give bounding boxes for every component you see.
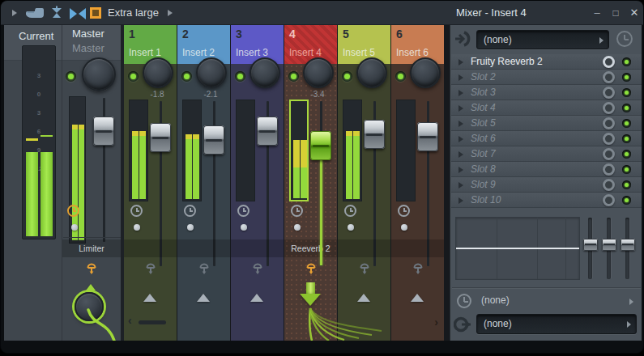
- slot-mix-knob[interactable]: [603, 71, 615, 83]
- slot-label[interactable]: Slot 2: [471, 71, 496, 83]
- color-swatch-icon[interactable]: [90, 7, 101, 19]
- slot-arrow-icon[interactable]: [458, 182, 463, 189]
- mixer-channel-insert-3[interactable]: 3 Insert 3: [231, 25, 284, 341]
- meter-size-label[interactable]: Extra large: [108, 6, 159, 19]
- volume-fader[interactable]: [417, 122, 438, 151]
- slot-mix-knob[interactable]: [603, 133, 615, 145]
- horizontal-scrollbar[interactable]: [139, 320, 166, 324]
- eq-graph[interactable]: [455, 217, 580, 280]
- slot-enable-led[interactable]: [622, 73, 631, 82]
- slot-enable-led[interactable]: [622, 104, 631, 112]
- bowtie-icon[interactable]: [69, 8, 87, 19]
- fx-slot-row[interactable]: Slot 7: [451, 146, 642, 162]
- route-up-icon[interactable]: [86, 284, 96, 290]
- mixer-channel-insert-6[interactable]: 6 Insert 6 ›: [391, 25, 444, 341]
- plug-icon[interactable]: [198, 260, 211, 279]
- plug-icon[interactable]: [144, 260, 157, 279]
- stereo-dot[interactable]: [241, 224, 247, 231]
- volume-fader[interactable]: [150, 123, 171, 152]
- master-volume-fader[interactable]: [93, 117, 114, 146]
- route-up-icon[interactable]: [357, 294, 370, 302]
- slot-mix-knob[interactable]: [603, 179, 615, 191]
- stereo-dot[interactable]: [348, 224, 354, 231]
- fx-slot-row[interactable]: Slot 3: [451, 85, 642, 100]
- slot-mix-knob[interactable]: [603, 194, 615, 206]
- pan-knob[interactable]: [196, 57, 227, 88]
- time-clock-icon[interactable]: [457, 294, 471, 308]
- master-send-knob[interactable]: [75, 292, 104, 321]
- clock-icon[interactable]: [184, 205, 196, 217]
- channel-enable-led[interactable]: [395, 71, 406, 82]
- channel-enable-led[interactable]: [181, 71, 192, 82]
- channel-header[interactable]: 5 Insert 5: [338, 25, 390, 64]
- slot-label[interactable]: Slot 7: [471, 148, 496, 159]
- master-effect-bar[interactable]: Limiter: [62, 239, 121, 257]
- slot-arrow-icon[interactable]: [458, 74, 463, 81]
- master-enable-led[interactable]: [66, 71, 76, 82]
- mixer-channel-insert-4[interactable]: 4 Insert 4 -3.4 Reeverb 2: [284, 25, 337, 341]
- slot-enable-led[interactable]: [622, 180, 631, 189]
- pan-knob[interactable]: [410, 57, 441, 88]
- slot-enable-led[interactable]: [622, 196, 631, 205]
- slot-label[interactable]: Fruity Reeverb 2: [471, 56, 543, 67]
- clock-icon[interactable]: [237, 205, 249, 217]
- stereo-dot[interactable]: [134, 224, 140, 231]
- slot-label[interactable]: Slot 4: [471, 102, 496, 113]
- next-arrow-icon[interactable]: [168, 10, 173, 16]
- slot-label[interactable]: Slot 10: [471, 194, 501, 206]
- mixer-channel-insert-2[interactable]: 2 Insert 2 -2.1: [177, 25, 230, 341]
- pan-knob[interactable]: [356, 57, 387, 88]
- audio-output-select[interactable]: (none): [476, 314, 637, 334]
- volume-fader[interactable]: [203, 125, 224, 155]
- clock-icon[interactable]: [398, 205, 410, 217]
- route-up-icon[interactable]: [411, 294, 424, 302]
- pan-knob[interactable]: [303, 57, 334, 88]
- audio-output-icon[interactable]: [454, 315, 473, 334]
- fx-slot-row[interactable]: Slot 4: [451, 100, 642, 116]
- volume-fader[interactable]: [310, 131, 331, 160]
- plug-icon[interactable]: [85, 260, 98, 279]
- channel-header[interactable]: 4 Insert 4: [284, 25, 337, 64]
- eq-band-slider[interactable]: [583, 239, 598, 251]
- slot-enable-led[interactable]: [622, 57, 631, 66]
- fx-slot-row[interactable]: Slot 2: [451, 70, 642, 85]
- clock-icon[interactable]: [344, 205, 356, 217]
- scroll-left-icon[interactable]: ‹: [128, 314, 132, 327]
- slot-enable-led[interactable]: [622, 119, 631, 128]
- route-down-icon[interactable]: [306, 282, 315, 294]
- slot-enable-led[interactable]: [622, 165, 631, 174]
- slot-arrow-icon[interactable]: [458, 197, 463, 204]
- fx-slot-row[interactable]: Slot 10: [451, 193, 642, 208]
- stereo-dot[interactable]: [401, 224, 407, 231]
- slot-label[interactable]: Slot 8: [471, 163, 496, 175]
- eq-curve[interactable]: [456, 248, 579, 249]
- slot-mix-knob[interactable]: [603, 163, 615, 176]
- time-row[interactable]: (none): [450, 292, 642, 312]
- maximize-button[interactable]: □: [608, 5, 623, 21]
- scroll-right-icon[interactable]: ›: [434, 316, 438, 328]
- channel-header[interactable]: 3 Insert 3: [231, 25, 284, 64]
- pan-knob[interactable]: [143, 57, 173, 88]
- channel-header[interactable]: 6 Insert 6: [391, 25, 444, 64]
- hand-tool-icon[interactable]: [25, 6, 45, 19]
- volume-fader[interactable]: [364, 120, 385, 149]
- slot-label[interactable]: Slot 9: [471, 179, 496, 190]
- channel-enable-led[interactable]: [128, 71, 139, 82]
- slot-label[interactable]: Slot 5: [471, 117, 496, 129]
- slot-arrow-icon[interactable]: [458, 167, 463, 173]
- master-clock-icon[interactable]: [67, 205, 79, 217]
- fx-slot-row[interactable]: Slot 8: [451, 162, 642, 177]
- fx-slot-row[interactable]: Slot 5: [451, 116, 642, 131]
- detach-arrow-icon[interactable]: [12, 10, 17, 16]
- title-bar[interactable]: Extra large Mixer - Insert 4 – □ ✕: [1, 1, 643, 25]
- audio-input-icon[interactable]: [454, 29, 474, 49]
- fx-slot-row[interactable]: Fruity Reeverb 2: [451, 54, 642, 70]
- eq-band-slider[interactable]: [602, 239, 616, 251]
- channel-enable-led[interactable]: [288, 71, 299, 82]
- pan-knob[interactable]: [249, 57, 280, 88]
- minimize-button[interactable]: –: [590, 5, 604, 21]
- slot-mix-knob[interactable]: [603, 87, 615, 99]
- eq-band-slider[interactable]: [621, 239, 635, 251]
- master-pan-knob[interactable]: [82, 57, 116, 91]
- slot-label[interactable]: Slot 6: [471, 133, 496, 144]
